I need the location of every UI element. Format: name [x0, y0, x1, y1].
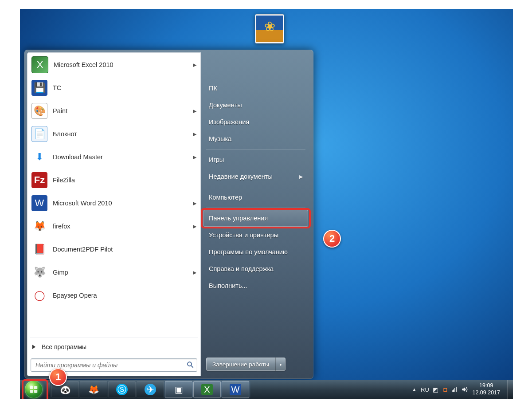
- taskbar-item-panda[interactable]: 🐼: [51, 381, 79, 398]
- firefox-icon: 🦊: [87, 383, 100, 396]
- skype-icon: Ⓢ: [116, 384, 128, 395]
- network-icon[interactable]: [450, 380, 460, 399]
- filezilla-icon: Fz: [31, 172, 47, 188]
- taskbar-item-skype[interactable]: Ⓢ: [108, 381, 136, 398]
- taskbar-item-telegram[interactable]: ✈: [137, 381, 164, 398]
- app-item[interactable]: 📄Блокнот▶: [28, 122, 200, 146]
- app-label: Браузер Opera: [53, 292, 97, 299]
- word-icon: W: [230, 384, 241, 395]
- pinned-apps-list: XMicrosoft Excel 2010▶💾TC🎨Paint▶📄Блокнот…: [27, 52, 201, 337]
- all-programs-label: Все программы: [42, 343, 86, 350]
- app-item[interactable]: 🎨Paint▶: [28, 99, 200, 122]
- right-item-label: Недавние документы: [209, 173, 273, 180]
- app-item[interactable]: 🐺Gimp▶: [28, 261, 200, 284]
- right-item-label: Документы: [209, 102, 242, 109]
- clock-time: 19:09: [472, 382, 500, 389]
- opera-icon: ◯: [31, 287, 47, 303]
- shutdown-options-arrow-icon[interactable]: ▸: [276, 362, 286, 367]
- app-label: FileZilla: [53, 177, 75, 184]
- all-programs[interactable]: Все программы: [27, 339, 201, 355]
- shutdown-label: Завершение работы: [206, 358, 276, 371]
- flyout-arrow-icon: ▶: [193, 224, 196, 229]
- tray-app-icon[interactable]: ◩: [430, 380, 440, 399]
- app-item[interactable]: 💾TC: [28, 76, 200, 99]
- callout-badge-2: 2: [323, 230, 341, 248]
- app-item[interactable]: 📕Document2PDF Pilot: [28, 238, 200, 261]
- windows-logo-icon: [29, 385, 39, 394]
- taskbar: 🐼🦊Ⓢ✈▣XW ▲ RU ◩ ◘ 19:09 12.09.2017: [20, 380, 513, 399]
- svg-line-1: [191, 366, 193, 368]
- flyout-arrow-icon: ▶: [193, 154, 196, 160]
- flyout-arrow-icon: ▶: [193, 62, 196, 68]
- search-icon: [186, 361, 194, 369]
- right-item-label: Программы по умолчанию: [209, 248, 288, 256]
- right-item-control-panel[interactable]: Панель управления: [203, 210, 308, 227]
- right-item-label: Изображения: [209, 118, 249, 126]
- app-item[interactable]: ◯Браузер Opera: [28, 284, 200, 307]
- app-item[interactable]: FzFileZilla: [28, 169, 200, 192]
- right-item[interactable]: Игры: [203, 151, 308, 168]
- right-item[interactable]: Компьютер: [203, 189, 308, 206]
- shutdown-button[interactable]: Завершение работы ▸: [206, 358, 286, 371]
- volume-icon[interactable]: [460, 380, 469, 399]
- panda-icon: 🐼: [59, 383, 72, 396]
- tray-overflow-icon[interactable]: ▲: [409, 380, 419, 399]
- right-item-label: Панель управления: [209, 215, 268, 222]
- notepad-icon: 📄: [31, 126, 47, 142]
- right-item-label: Выполнить...: [209, 282, 247, 289]
- right-item[interactable]: Справка и поддержка: [203, 260, 308, 277]
- app-item[interactable]: XMicrosoft Excel 2010▶: [28, 53, 200, 76]
- taskbar-item-excel[interactable]: X: [193, 381, 221, 398]
- expand-triangle-icon: [32, 345, 35, 349]
- right-item[interactable]: Устройства и принтеры: [203, 227, 308, 244]
- taskbar-item-console[interactable]: ▣: [165, 381, 192, 398]
- app-item[interactable]: ⬇Download Master▶: [28, 146, 200, 169]
- console-icon: ▣: [172, 383, 185, 396]
- right-item[interactable]: Документы: [203, 97, 308, 114]
- start-button[interactable]: [25, 381, 43, 398]
- system-tray: ▲ RU ◩ ◘ 19:09 12.09.2017: [407, 380, 507, 399]
- app-label: Paint: [53, 107, 67, 114]
- right-item-label: Игры: [209, 156, 224, 163]
- tray-app-icon[interactable]: ◘: [440, 380, 450, 399]
- flyout-arrow-icon: ▶: [193, 201, 196, 206]
- gimp-icon: 🐺: [31, 264, 47, 280]
- pdf-icon: 📕: [31, 241, 47, 257]
- shutdown-row: Завершение работы ▸: [203, 355, 308, 374]
- taskbar-separator: [48, 382, 50, 397]
- app-label: Блокнот: [53, 130, 77, 138]
- search-row: [27, 355, 201, 376]
- word-icon: W: [31, 195, 47, 211]
- right-item[interactable]: ПК: [203, 80, 308, 97]
- taskbar-item-word[interactable]: W: [222, 381, 249, 398]
- separator: [206, 149, 305, 149]
- right-item[interactable]: Изображения: [203, 114, 308, 130]
- app-item[interactable]: 🦊firefox▶: [28, 215, 200, 238]
- telegram-icon: ✈: [145, 384, 156, 395]
- right-item[interactable]: Программы по умолчанию: [203, 244, 308, 260]
- right-item-label: Компьютер: [209, 194, 242, 201]
- right-item[interactable]: Выполнить...: [203, 277, 308, 294]
- right-item[interactable]: Музыка: [203, 130, 308, 147]
- right-item-label: Устройства и принтеры: [209, 232, 278, 239]
- language-indicator[interactable]: RU: [419, 380, 430, 399]
- search-input[interactable]: [35, 359, 184, 371]
- clock-date: 12.09.2017: [472, 389, 500, 397]
- right-item-label: Музыка: [209, 135, 231, 142]
- taskbar-item-firefox[interactable]: 🦊: [80, 381, 107, 398]
- app-item[interactable]: WMicrosoft Word 2010▶: [28, 192, 200, 215]
- start-menu: XMicrosoft Excel 2010▶💾TC🎨Paint▶📄Блокнот…: [24, 50, 313, 379]
- start-menu-left-pane: XMicrosoft Excel 2010▶💾TC🎨Paint▶📄Блокнот…: [27, 52, 201, 376]
- excel-icon: X: [31, 56, 48, 73]
- flyout-arrow-icon: ▶: [193, 270, 196, 275]
- app-label: firefox: [53, 223, 70, 230]
- user-avatar[interactable]: [256, 16, 283, 42]
- search-box[interactable]: [31, 358, 197, 372]
- taskbar-clock[interactable]: 19:09 12.09.2017: [469, 382, 505, 396]
- right-item[interactable]: Недавние документы▶: [203, 168, 308, 185]
- show-desktop-button[interactable]: [507, 380, 513, 399]
- excel-icon: X: [201, 384, 213, 395]
- user-avatar-frame: [255, 14, 284, 43]
- download-icon: ⬇: [31, 149, 47, 165]
- app-label: Document2PDF Pilot: [53, 246, 113, 253]
